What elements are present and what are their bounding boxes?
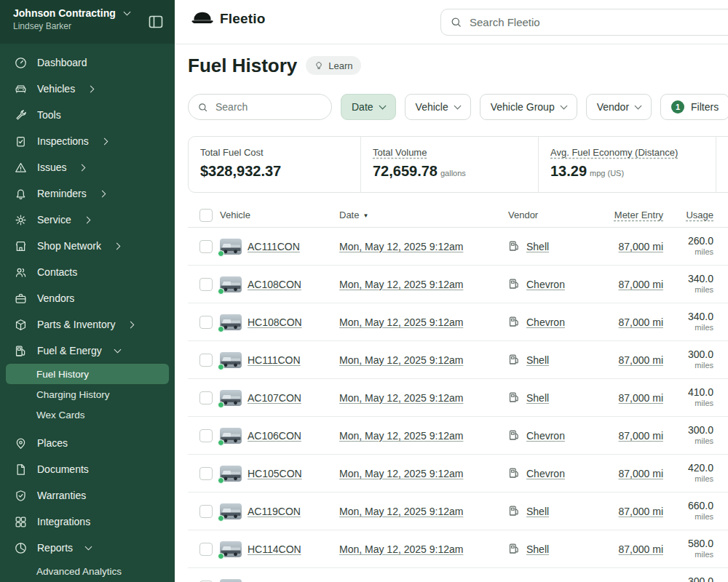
vehicle-link[interactable]: AC108CON [248, 279, 301, 290]
row-checkbox[interactable] [199, 467, 213, 480]
meter-entry-link[interactable]: 87,000 mi [619, 316, 663, 328]
sidebar-item-documents[interactable]: Documents [0, 456, 175, 482]
vehicle-thumbnail [220, 503, 242, 519]
row-checkbox[interactable] [199, 505, 213, 518]
filter-vehicle-group-dropdown[interactable]: Vehicle Group [480, 94, 577, 120]
table-search-input[interactable] [214, 100, 309, 113]
filters-button[interactable]: 1 Filters [660, 94, 728, 120]
date-link[interactable]: Mon, May 12, 2025 9:12am [339, 430, 463, 442]
stat-label[interactable]: Total Volume [373, 147, 526, 158]
usage-unit: miles [663, 323, 713, 333]
filter-vendor-dropdown[interactable]: Vendor [586, 94, 652, 120]
filter-vehicle-dropdown[interactable]: Vehicle [405, 94, 471, 120]
row-checkbox[interactable] [199, 278, 213, 291]
stat-clipped: A 7 [716, 137, 728, 192]
brand[interactable]: Fleetio [191, 10, 266, 28]
sidebar-item-parts-inventory[interactable]: Parts & Inventory [0, 311, 175, 338]
date-link[interactable]: Mon, May 12, 2025 9:12am [339, 506, 463, 517]
meter-entry-link[interactable]: 87,000 mi [619, 430, 663, 442]
vehicle-link[interactable]: AC111CON [248, 241, 300, 252]
date-link[interactable]: Mon, May 12, 2025 9:12am [339, 316, 463, 328]
select-all-checkbox[interactable] [199, 209, 213, 222]
learn-button[interactable]: Learn [306, 56, 360, 75]
date-link[interactable]: Mon, May 12, 2025 9:12am [339, 279, 463, 290]
global-search-input[interactable] [468, 15, 728, 29]
sidebar-item-service[interactable]: Service [0, 207, 175, 233]
chevron-down-icon [635, 102, 642, 109]
meter-entry-link[interactable]: 87,000 mi [619, 392, 663, 404]
date-link[interactable]: Mon, May 12, 2025 9:12am [339, 392, 463, 404]
row-checkbox[interactable] [199, 543, 213, 556]
vehicle-link[interactable]: AC119CON [248, 506, 301, 517]
row-checkbox[interactable] [199, 316, 213, 329]
column-header-meter-label: Meter Entry [614, 210, 663, 220]
sidebar-item-reports[interactable]: Reports [0, 535, 175, 561]
filter-date-dropdown[interactable]: Date [341, 94, 396, 120]
vehicle-link[interactable]: HC105CON [248, 468, 302, 479]
meter-entry-link[interactable]: 87,000 mi [619, 241, 663, 252]
sidebar-item-vehicles[interactable]: Vehicles [0, 76, 175, 102]
column-header-date-label: Date [339, 210, 359, 220]
vendor-link[interactable]: Shell [526, 392, 549, 404]
topbar: Fleetio [175, 0, 728, 44]
sidebar-item-wex-cards[interactable]: Wex Cards [6, 404, 169, 425]
stat-label[interactable]: Avg. Fuel Economy (Distance) [550, 147, 704, 158]
service-icon [14, 213, 28, 227]
sidebar-item-warranties[interactable]: Warranties [0, 482, 175, 509]
date-link[interactable]: Mon, May 12, 2025 9:12am [339, 354, 463, 366]
vendor-link[interactable]: Shell [526, 543, 549, 555]
column-header-vehicle[interactable]: Vehicle [220, 210, 339, 220]
row-checkbox[interactable] [199, 240, 213, 253]
vendor-link[interactable]: Shell [526, 241, 549, 252]
vendor-link[interactable]: Shell [526, 354, 549, 366]
column-header-date[interactable]: Date▼ [339, 210, 508, 220]
vendor-link[interactable]: Chevron [526, 468, 565, 479]
sidebar-item-inspections[interactable]: Inspections [0, 128, 175, 154]
sidebar-item-dashboard[interactable]: Dashboard [0, 49, 175, 76]
meter-entry-link[interactable]: 87,000 mi [619, 468, 663, 479]
sidebar-item-tools[interactable]: Tools [0, 102, 175, 128]
table-search[interactable] [188, 94, 332, 120]
date-link[interactable]: Mon, May 12, 2025 9:12am [339, 468, 463, 479]
vendor-link[interactable]: Chevron [526, 316, 565, 328]
sidebar-item-contacts[interactable]: Contacts [0, 259, 175, 285]
column-header-usage[interactable]: Usage [663, 210, 717, 220]
vehicle-link[interactable]: AC107CON [248, 392, 301, 404]
meter-entry-link[interactable]: 87,000 mi [619, 279, 663, 290]
usage-unit: miles [663, 550, 713, 560]
sidebar-item-fuel-history[interactable]: Fuel History [6, 364, 169, 384]
date-link[interactable]: Mon, May 12, 2025 9:12am [339, 241, 463, 252]
sidebar-item-vendors[interactable]: Vendors [0, 285, 175, 311]
sidebar-item-advanced-analytics[interactable]: Advanced Analytics [6, 561, 169, 581]
sidebar-item-shop-network[interactable]: Shop Network [0, 233, 175, 259]
vehicle-link[interactable]: HC111CON [248, 354, 301, 366]
row-checkbox[interactable] [199, 391, 213, 404]
sidebar-item-integrations[interactable]: Integrations [0, 509, 175, 535]
row-checkbox[interactable] [199, 354, 213, 367]
sidebar-collapse-icon[interactable] [147, 13, 165, 31]
sidebar-item-charging-history[interactable]: Charging History [6, 384, 169, 404]
vehicles-icon [14, 82, 28, 96]
column-header-meter-entry[interactable]: Meter Entry [590, 210, 663, 220]
vendor-link[interactable]: Shell [526, 506, 549, 517]
account-switcher[interactable]: Johnson Contracting Lindsey Barker [0, 0, 175, 44]
meter-entry-link[interactable]: 87,000 mi [619, 506, 663, 517]
vendor-link[interactable]: Chevron [526, 430, 565, 442]
column-header-volume[interactable]: Volume [717, 210, 728, 220]
sidebar-item-places[interactable]: Places [0, 430, 175, 456]
date-link[interactable]: Mon, May 12, 2025 9:12am [339, 543, 463, 555]
row-checkbox[interactable] [199, 429, 213, 442]
sidebar-item-issues[interactable]: Issues [0, 154, 175, 180]
usage-value: 300.0 [663, 575, 713, 582]
vehicle-link[interactable]: HC114CON [248, 543, 301, 555]
column-header-vendor[interactable]: Vendor [508, 210, 590, 220]
sidebar-item-reminders[interactable]: Reminders [0, 180, 175, 207]
vehicle-link[interactable]: AC106CON [248, 430, 301, 442]
global-search[interactable] [440, 9, 728, 36]
column-header-usage-label: Usage [686, 210, 713, 220]
vendor-link[interactable]: Chevron [526, 279, 565, 290]
meter-entry-link[interactable]: 87,000 mi [619, 354, 663, 366]
sidebar-item-fuel-energy[interactable]: Fuel & Energy [0, 338, 175, 364]
meter-entry-link[interactable]: 87,000 mi [619, 543, 663, 555]
vehicle-link[interactable]: HC108CON [248, 316, 302, 328]
